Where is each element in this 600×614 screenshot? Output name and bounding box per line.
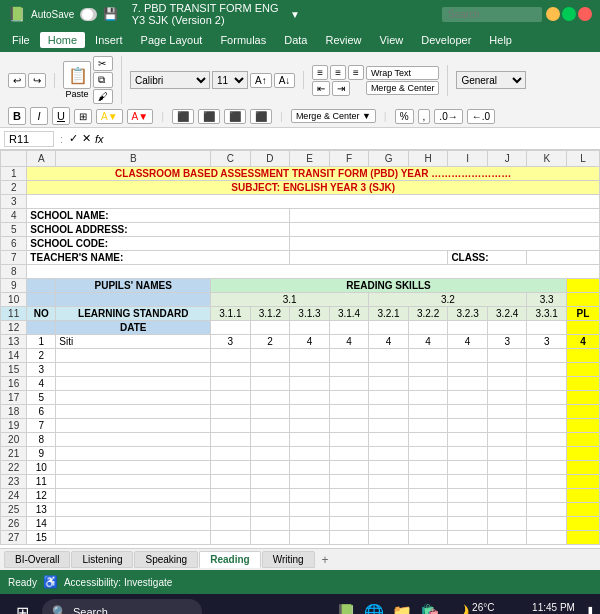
align-center-btn[interactable]: ≡ <box>330 65 346 80</box>
std-3-1-3[interactable]: 3.1.3 <box>290 307 330 321</box>
student1-score-5[interactable]: 4 <box>369 335 409 349</box>
class-label[interactable]: CLASS: <box>448 251 527 265</box>
copy-btn[interactable]: ⧉ <box>93 72 113 88</box>
std-3-1-2[interactable]: 3.1.2 <box>250 307 290 321</box>
std-3-2-2[interactable]: 3.2.2 <box>408 307 448 321</box>
function-icon[interactable]: ✓ <box>69 132 78 145</box>
undo-btn[interactable]: ↩ <box>8 73 26 88</box>
align-left-btn[interactable]: ≡ <box>312 65 328 80</box>
taskbar-weather[interactable]: 🌙 26°C Mostly clear <box>452 602 520 615</box>
bold-btn[interactable]: B <box>8 107 26 125</box>
sub-header-3-3[interactable]: 3.3 <box>527 293 567 307</box>
taskbar-search-box[interactable]: 🔍 Search <box>42 599 202 614</box>
col-header-l[interactable]: L <box>567 151 600 167</box>
taskbar-edge-icon[interactable]: 🌐 <box>362 600 386 614</box>
title-row2-cell[interactable]: SUBJECT: ENGLISH YEAR 3 (SJK) <box>27 181 600 195</box>
tab-listening[interactable]: Listening <box>71 551 133 568</box>
font-size-select[interactable]: 11 <box>212 71 248 89</box>
save-icon[interactable]: 💾 <box>103 7 118 21</box>
menu-review[interactable]: Review <box>317 32 369 48</box>
fill-color-btn[interactable]: A▼ <box>96 109 123 124</box>
col-header-k[interactable]: K <box>527 151 567 167</box>
col-header-e[interactable]: E <box>290 151 330 167</box>
col-header-a[interactable]: A <box>27 151 56 167</box>
minimize-btn[interactable] <box>546 7 560 21</box>
center-align-btn[interactable]: ⬛ <box>198 109 220 124</box>
student1-score-2[interactable]: 2 <box>250 335 290 349</box>
taskbar-excel-icon[interactable]: 📗 <box>334 600 358 614</box>
student1-score-1[interactable]: 3 <box>211 335 251 349</box>
taskbar-folder-icon[interactable]: 📁 <box>390 600 414 614</box>
sub-header-3-2[interactable]: 3.2 <box>369 293 527 307</box>
comma-btn[interactable]: , <box>418 109 431 124</box>
format-painter-btn[interactable]: 🖌 <box>93 89 113 104</box>
std-3-2-3[interactable]: 3.2.3 <box>448 307 488 321</box>
tab-writing[interactable]: Writing <box>262 551 315 568</box>
merge-center-btn[interactable]: Merge & Center <box>366 81 440 95</box>
std-3-1-4[interactable]: 3.1.4 <box>329 307 369 321</box>
student1-score-9[interactable]: 3 <box>527 335 567 349</box>
learning-standard-label[interactable]: LEARNING STANDARD <box>56 307 211 321</box>
student1-score-7[interactable]: 4 <box>448 335 488 349</box>
increase-decimal-btn[interactable]: .0→ <box>434 109 462 124</box>
school-address-label[interactable]: SCHOOL ADDRESS: <box>27 223 290 237</box>
col-header-i[interactable]: I <box>448 151 488 167</box>
reading-skills-header[interactable]: READING SKILLS <box>211 279 567 293</box>
percent-btn[interactable]: % <box>395 109 414 124</box>
cell-reference-box[interactable]: R11 <box>4 131 54 147</box>
date-label[interactable]: DATE <box>56 321 211 335</box>
title-search-input[interactable] <box>442 7 542 22</box>
show-desktop-btn[interactable]: ▐ <box>585 607 592 615</box>
student1-no[interactable]: 1 <box>27 335 56 349</box>
borders-btn[interactable]: ⊞ <box>74 109 92 124</box>
school-code-label[interactable]: SCHOOL CODE: <box>27 237 290 251</box>
student2-no[interactable]: 2 <box>27 349 56 363</box>
accessibility-text[interactable]: Accessibility: Investigate <box>64 577 172 588</box>
no-label[interactable]: NO <box>27 307 56 321</box>
redo-btn[interactable]: ↪ <box>28 73 46 88</box>
wrap-text-btn[interactable]: Wrap Text <box>366 66 440 80</box>
fx-icon[interactable]: fx <box>95 133 104 145</box>
indent-less-btn[interactable]: ⇤ <box>312 81 330 96</box>
col-header-g[interactable]: G <box>369 151 409 167</box>
student1-score-8[interactable]: 3 <box>487 335 527 349</box>
pl-label[interactable]: PL <box>567 307 600 321</box>
student1-score-4[interactable]: 4 <box>329 335 369 349</box>
taskbar-store-icon[interactable]: 🛍️ <box>418 600 442 614</box>
right-align-btn[interactable]: ⬛ <box>224 109 246 124</box>
menu-insert[interactable]: Insert <box>87 32 131 48</box>
decrease-decimal-btn[interactable]: ←.0 <box>467 109 495 124</box>
no-header-blank[interactable] <box>27 279 56 293</box>
menu-data[interactable]: Data <box>276 32 315 48</box>
col-header-b[interactable]: B <box>56 151 211 167</box>
paste-btn[interactable]: 📋 <box>63 61 91 89</box>
col-header-j[interactable]: J <box>487 151 527 167</box>
justify-btn[interactable]: ⬛ <box>250 109 272 124</box>
student1-score-3[interactable]: 4 <box>290 335 330 349</box>
cut-btn[interactable]: ✂ <box>93 56 113 71</box>
menu-help[interactable]: Help <box>481 32 520 48</box>
add-sheet-btn[interactable]: + <box>316 551 335 569</box>
menu-file[interactable]: File <box>4 32 38 48</box>
decrease-font-btn[interactable]: A↓ <box>274 73 296 88</box>
std-3-1-1[interactable]: 3.1.1 <box>211 307 251 321</box>
indent-more-btn[interactable]: ⇥ <box>332 81 350 96</box>
autosave-toggle[interactable] <box>80 8 96 21</box>
pl-header-blank[interactable] <box>567 279 600 293</box>
increase-font-btn[interactable]: A↑ <box>250 73 272 88</box>
tab-bi-overall[interactable]: BI-Overall <box>4 551 70 568</box>
menu-view[interactable]: View <box>372 32 412 48</box>
title-cell[interactable]: CLASSROOM BASED ASSESSMENT TRANSIT FORM … <box>27 167 600 181</box>
student1-score-6[interactable]: 4 <box>408 335 448 349</box>
col-header-f[interactable]: F <box>329 151 369 167</box>
std-3-2-4[interactable]: 3.2.4 <box>487 307 527 321</box>
merge-center-row2-btn[interactable]: Merge & Center ▼ <box>291 109 376 123</box>
start-btn[interactable]: ⊞ <box>8 598 36 614</box>
col-header-c[interactable]: C <box>211 151 251 167</box>
student1-name[interactable]: Siti <box>56 335 211 349</box>
sub-header-3-1[interactable]: 3.1 <box>211 293 369 307</box>
maximize-btn[interactable] <box>562 7 576 21</box>
menu-page-layout[interactable]: Page Layout <box>133 32 211 48</box>
student1-pl[interactable]: 4 <box>567 335 600 349</box>
std-3-3-1[interactable]: 3.3.1 <box>527 307 567 321</box>
